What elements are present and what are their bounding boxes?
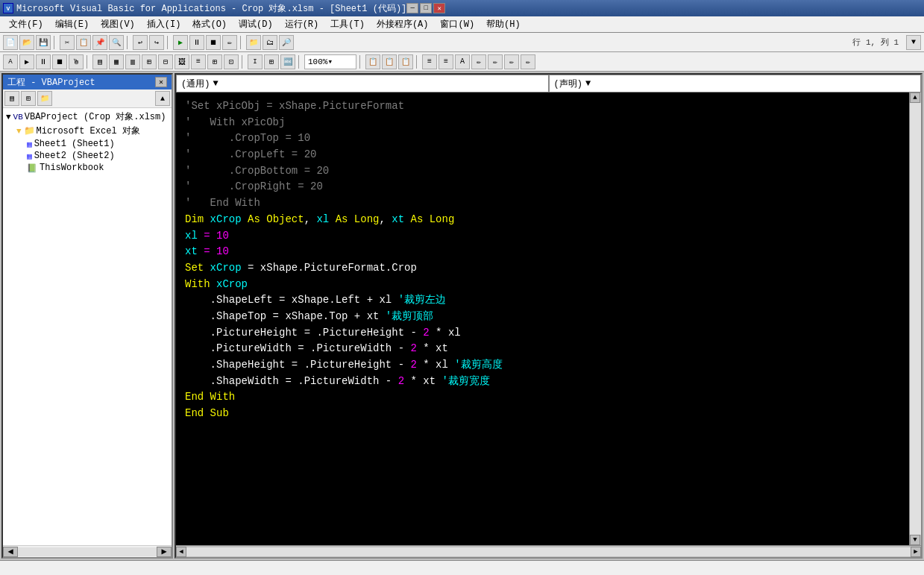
context-dropdown[interactable]: (通用) ▼ — [176, 75, 549, 92]
tb-run[interactable]: ▶ — [173, 35, 188, 50]
sep-4 — [240, 36, 243, 49]
editor-scrollbar-right[interactable]: ▲ ▼ — [909, 92, 921, 545]
scroll-right[interactable]: ▶ — [911, 547, 921, 557]
tb-open[interactable]: 📂 — [19, 35, 34, 50]
tb2-e[interactable]: 🖱 — [69, 54, 84, 69]
code-line-11: Set xCrop = xShape.PictureFormat.Crop — [185, 260, 900, 277]
tb2-n[interactable]: ⊡ — [224, 54, 239, 69]
window-controls: ─ □ ✕ — [406, 3, 445, 13]
code-line-8: Dim xCrop As Object, xl As Long, xt As L… — [185, 212, 900, 228]
menu-help[interactable]: 帮助(H) — [480, 16, 527, 32]
tb2-m[interactable]: ⊞ — [207, 54, 222, 69]
tb-undo[interactable]: ↩ — [133, 35, 148, 50]
tb2-d[interactable]: ⏹ — [52, 54, 67, 69]
tb2-k[interactable]: 🖼 — [175, 54, 189, 69]
project-panel-close[interactable]: ✕ — [155, 77, 167, 87]
tb2-s[interactable]: 📋 — [382, 54, 397, 69]
tb2-u[interactable]: ≡ — [422, 54, 437, 69]
tb-projectexplorer[interactable]: 📁 — [246, 35, 261, 50]
tb-redo[interactable]: ↪ — [149, 35, 164, 50]
tb2-l[interactable]: ≡ — [191, 54, 206, 69]
tb2-aa[interactable]: ✏ — [521, 54, 535, 69]
project-expand-icon: ▼ — [6, 113, 11, 122]
sep-2 — [127, 36, 130, 49]
menu-view[interactable]: 视图(V) — [95, 16, 141, 32]
scroll-up-btn[interactable]: ▲ — [155, 91, 170, 106]
tb2-j[interactable]: ⊟ — [158, 54, 173, 69]
tb2-a[interactable]: A — [3, 54, 18, 69]
menu-insert[interactable]: 插入(I) — [141, 16, 187, 32]
view-code-btn[interactable]: ▤ — [4, 91, 19, 106]
code-line-1: 'Set xPicObj = xShape.PictureFormat — [185, 98, 900, 115]
sheet1-icon: ▦ — [27, 139, 32, 149]
code-line-12: With xCrop — [185, 277, 900, 293]
code-line-16: .PictureWidth = .PictureWidth - 2 * xt — [185, 341, 900, 357]
tb2-p[interactable]: ⊞ — [264, 54, 279, 69]
menu-edit[interactable]: 编辑(E) — [49, 16, 95, 32]
maximize-button[interactable]: □ — [420, 3, 432, 13]
tb-properties[interactable]: 🗂 — [263, 35, 277, 50]
menu-run[interactable]: 运行(R) — [279, 16, 325, 32]
declaration-dropdown[interactable]: (声明) ▼ — [549, 75, 922, 92]
tb-reset[interactable]: ⏹ — [206, 35, 221, 50]
menu-format[interactable]: 格式(O) — [186, 16, 233, 32]
menu-window[interactable]: 窗口(W) — [434, 16, 480, 32]
scroll-left[interactable]: ◀ — [176, 547, 186, 557]
zoom-dropdown[interactable]: 100%▾ — [304, 54, 356, 69]
tb2-b[interactable]: ▶ — [19, 54, 34, 69]
sep-9 — [416, 55, 419, 69]
tb2-h[interactable]: ▥ — [125, 54, 140, 69]
scroll-right-btn[interactable]: ▶ — [157, 547, 172, 557]
project-panel-header: 工程 - VBAProject ✕ — [3, 75, 172, 89]
toolbar-2: A ▶ ⏸ ⏹ 🖱 ▤ ▦ ▥ ⊞ ⊟ 🖼 ≡ ⊞ ⊡ I ⊞ 🔤 100%▾ … — [0, 52, 924, 72]
minimize-button[interactable]: ─ — [406, 3, 418, 13]
tb2-o[interactable]: I — [248, 54, 263, 69]
tb-paste[interactable]: 📌 — [92, 35, 107, 50]
tb2-r[interactable]: 📋 — [365, 54, 380, 69]
tb2-v[interactable]: ≡ — [439, 54, 453, 69]
tb2-w[interactable]: A — [455, 54, 470, 69]
code-line-6: ' .CropRight = 20 — [185, 179, 900, 195]
tb2-x[interactable]: ✏ — [471, 54, 486, 69]
sheet1-item[interactable]: ▦ Sheet1 (Sheet1) — [25, 138, 170, 150]
code-editor[interactable]: 'Set xPicObj = xShape.PictureFormat ' Wi… — [176, 92, 909, 545]
code-line-19: End With — [185, 389, 900, 406]
toggle-folders-btn[interactable]: 📁 — [37, 91, 52, 106]
tb-new[interactable]: 📄 — [3, 35, 18, 50]
tb2-g[interactable]: ▦ — [109, 54, 124, 69]
editor-scrollbar-bottom[interactable]: ◀ ▶ — [176, 545, 921, 557]
view-object-btn[interactable]: ⊞ — [21, 91, 36, 106]
sep-5 — [87, 55, 89, 69]
declaration-dropdown-value: (声明) — [554, 78, 582, 90]
tb-save[interactable]: 💾 — [36, 35, 51, 50]
tb2-q[interactable]: 🔤 — [280, 54, 295, 69]
menu-debug[interactable]: 调试(D) — [233, 16, 279, 32]
tb-break[interactable]: ⏸ — [189, 35, 204, 50]
scroll-left-btn[interactable]: ◀ — [3, 547, 18, 557]
tb-find[interactable]: 🔍 — [109, 35, 124, 50]
project-root[interactable]: ▼ VB VBAProject (Crop 对象.xlsm) — [4, 110, 170, 124]
tb2-t[interactable]: 📋 — [398, 54, 413, 69]
close-button[interactable]: ✕ — [433, 3, 445, 13]
tb-design[interactable]: ✏ — [222, 35, 237, 50]
sheet2-icon: ▦ — [27, 151, 32, 161]
tb-cut[interactable]: ✂ — [60, 35, 75, 50]
tb2-z[interactable]: ✏ — [504, 54, 519, 69]
code-line-13: .ShapeLeft = xShape.Left + xl '裁剪左边 — [185, 292, 900, 309]
tb2-i[interactable]: ⊞ — [142, 54, 157, 69]
menu-addins[interactable]: 外接程序(A) — [371, 16, 435, 32]
thisworkbook-item[interactable]: 📗 ThisWorkbook — [25, 162, 170, 174]
tb2-f[interactable]: ▤ — [92, 54, 107, 69]
tb-scroll[interactable]: ▼ — [906, 35, 921, 50]
excel-objects-folder[interactable]: ▼ 📁 Microsoft Excel 对象 — [15, 124, 170, 138]
menu-tools[interactable]: 工具(T) — [324, 16, 371, 32]
menu-file[interactable]: 文件(F) — [3, 16, 49, 32]
tb-copy[interactable]: 📋 — [76, 35, 91, 50]
scroll-up[interactable]: ▲ — [910, 92, 920, 103]
sheet2-item[interactable]: ▦ Sheet2 (Sheet2) — [25, 150, 170, 162]
left-panel-scrollbar[interactable]: ◀ ▶ — [3, 545, 172, 557]
tb2-c[interactable]: ⏸ — [36, 54, 51, 69]
scroll-down[interactable]: ▼ — [910, 535, 920, 545]
tb2-y[interactable]: ✏ — [488, 54, 503, 69]
tb-objectbrowser[interactable]: 🔎 — [279, 35, 294, 50]
